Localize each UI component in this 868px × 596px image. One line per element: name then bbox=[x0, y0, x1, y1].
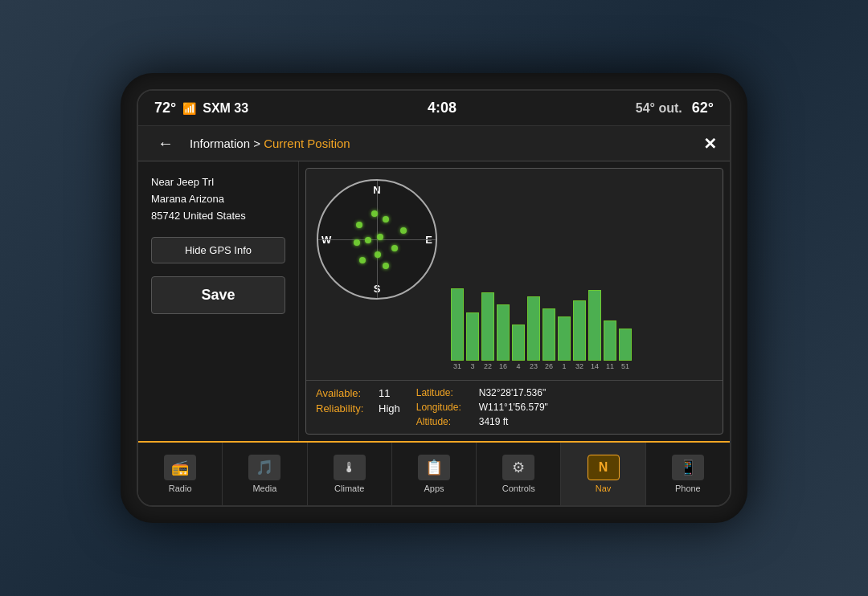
address-line2: Marana Arizona bbox=[151, 191, 285, 208]
signal-bar bbox=[466, 312, 479, 361]
bar-item-1: 1 bbox=[558, 316, 571, 370]
nav-icon: N bbox=[588, 455, 620, 480]
signal-bar bbox=[588, 290, 601, 361]
bar-item-14: 14 bbox=[588, 290, 601, 370]
signal-bar bbox=[527, 296, 540, 361]
signal-bar bbox=[512, 325, 525, 361]
climate-label: Climate bbox=[334, 484, 364, 493]
bottom-nav: 📻Radio🎵Media🌡Climate📋Apps⚙ControlsNNav📱P… bbox=[138, 441, 730, 505]
signal-bar bbox=[604, 320, 616, 361]
bar-label: 1 bbox=[562, 362, 566, 370]
nav-item-controls[interactable]: ⚙Controls bbox=[477, 443, 561, 505]
sat-dot-6 bbox=[359, 257, 366, 263]
phone-label: Phone bbox=[675, 484, 701, 493]
signal-bar bbox=[619, 329, 632, 361]
bar-item-3: 3 bbox=[466, 312, 479, 370]
latitude-value: N32°28'17.536" bbox=[479, 387, 546, 398]
coordinates-block: Latitude: N32°28'17.536" Longitude: W111… bbox=[416, 387, 548, 427]
sat-dot-9 bbox=[383, 263, 389, 269]
bars-container: 313221642326132141151 bbox=[451, 274, 713, 370]
compass-container: N S E W bbox=[313, 175, 441, 304]
reliability-row: Reliability: High bbox=[316, 402, 400, 414]
bar-item-26: 26 bbox=[542, 308, 555, 370]
bar-label: 23 bbox=[530, 362, 538, 370]
back-button[interactable]: ← bbox=[151, 131, 180, 156]
available-row: Available: 11 bbox=[316, 387, 400, 399]
bar-label: 14 bbox=[591, 362, 599, 370]
nav-item-climate[interactable]: 🌡Climate bbox=[308, 443, 392, 505]
gps-info-row: Available: 11 Reliability: High Latitude… bbox=[306, 380, 723, 434]
nav-item-phone[interactable]: 📱Phone bbox=[646, 443, 730, 505]
signal-icon: 📶 bbox=[182, 102, 196, 115]
apps-icon: 📋 bbox=[418, 455, 450, 480]
nav-item-radio[interactable]: 📻Radio bbox=[138, 443, 223, 505]
signal-bar bbox=[542, 308, 555, 361]
latitude-row: Latitude: N32°28'17.536" bbox=[416, 387, 548, 398]
sat-dot-7 bbox=[354, 239, 360, 246]
radio-label: Radio bbox=[169, 484, 192, 493]
signal-bar bbox=[558, 316, 571, 361]
bar-item-32: 32 bbox=[573, 300, 586, 370]
address-line3: 85742 United States bbox=[151, 208, 285, 225]
breadcrumb: Information > Current Position bbox=[190, 137, 350, 150]
address-line1: Near Jeep Trl bbox=[151, 174, 285, 191]
save-button[interactable]: Save bbox=[151, 276, 285, 314]
controls-label: Controls bbox=[502, 484, 535, 493]
nav-item-nav[interactable]: NNav bbox=[561, 443, 645, 505]
latitude-label: Latitude: bbox=[416, 387, 473, 398]
climate-icon: 🌡 bbox=[334, 455, 366, 480]
bar-label: 22 bbox=[484, 362, 492, 370]
nav-item-media[interactable]: 🎵Media bbox=[223, 443, 307, 505]
bar-item-23: 23 bbox=[527, 296, 540, 370]
longitude-label: Longitude: bbox=[416, 402, 473, 413]
available-label: Available: bbox=[316, 387, 372, 399]
bar-label: 31 bbox=[453, 362, 461, 370]
nav-bar: ← Information > Current Position ✕ bbox=[138, 126, 730, 161]
clock: 4:08 bbox=[428, 100, 457, 116]
longitude-row: Longitude: W111°1'56.579" bbox=[416, 402, 548, 413]
available-value: 11 bbox=[379, 387, 390, 399]
bar-item-4: 4 bbox=[512, 325, 525, 370]
media-label: Media bbox=[252, 484, 276, 493]
status-right: 54° out. 62° bbox=[636, 100, 714, 116]
altitude-value: 3419 ft bbox=[479, 416, 509, 427]
bar-label: 32 bbox=[575, 362, 583, 370]
nav-item-apps[interactable]: 📋Apps bbox=[392, 443, 477, 505]
media-icon: 🎵 bbox=[248, 455, 280, 480]
signal-bar bbox=[451, 288, 464, 361]
close-button[interactable]: ✕ bbox=[703, 134, 717, 153]
signal-bar bbox=[481, 292, 494, 361]
screen: 72° 📶 SXM 33 4:08 54° out. 62° ← Informa… bbox=[137, 89, 731, 507]
temp2: 62° bbox=[692, 100, 714, 116]
hide-gps-button[interactable]: Hide GPS Info bbox=[151, 237, 285, 263]
signal-bar bbox=[573, 300, 586, 361]
bar-label: 3 bbox=[470, 362, 474, 370]
bar-label: 26 bbox=[545, 362, 553, 370]
controls-icon: ⚙ bbox=[502, 455, 534, 480]
breadcrumb-separator: > bbox=[250, 137, 264, 150]
phone-icon: 📱 bbox=[672, 455, 704, 480]
sat-dot-5 bbox=[375, 251, 381, 258]
bar-label: 16 bbox=[499, 362, 507, 370]
left-panel: Near Jeep Trl Marana Arizona 85742 Unite… bbox=[138, 161, 299, 441]
altitude-row: Altitude: 3419 ft bbox=[416, 416, 548, 427]
sat-dot-11 bbox=[365, 237, 371, 243]
longitude-value: W111°1'56.579" bbox=[479, 402, 548, 413]
nav-label: Nav bbox=[596, 484, 612, 493]
reliability-label: Reliability: bbox=[316, 402, 372, 414]
sat-dot-8 bbox=[356, 222, 362, 228]
breadcrumb-current: Current Position bbox=[264, 137, 350, 150]
sat-dot-1 bbox=[383, 216, 389, 222]
bar-label: 4 bbox=[516, 362, 520, 370]
main-content: Near Jeep Trl Marana Arizona 85742 Unite… bbox=[138, 161, 730, 441]
sat-dot-4 bbox=[391, 245, 398, 251]
radio-icon: 📻 bbox=[164, 455, 196, 480]
bar-label: 51 bbox=[621, 362, 629, 370]
compass: N S E W bbox=[317, 179, 437, 300]
apps-label: Apps bbox=[424, 484, 444, 493]
right-panel: N S E W bbox=[305, 168, 723, 435]
outer-frame: 72° 📶 SXM 33 4:08 54° out. 62° ← Informa… bbox=[121, 73, 747, 523]
bar-label: 11 bbox=[606, 362, 614, 370]
bar-item-22: 22 bbox=[481, 292, 494, 370]
address-block: Near Jeep Trl Marana Arizona 85742 Unite… bbox=[151, 174, 285, 224]
